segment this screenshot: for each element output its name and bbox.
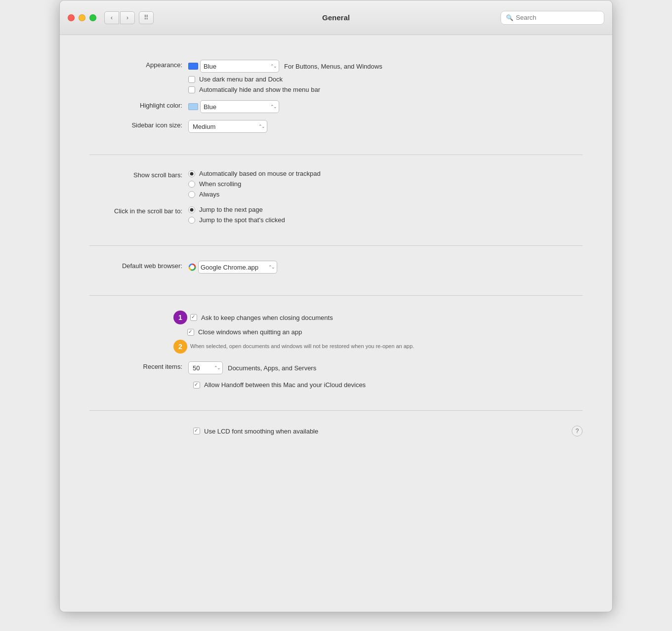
appearance-label: Appearance: bbox=[89, 60, 188, 69]
scrollbars-scrolling-radio[interactable] bbox=[188, 181, 195, 188]
show-scrollbars-label: Show scroll bars: bbox=[89, 170, 188, 179]
close-windows-row: Close windows when quitting an app bbox=[187, 328, 302, 336]
recent-items-note: Documents, Apps, and Servers bbox=[228, 364, 316, 372]
scroll-spot-label: Jump to the spot that's clicked bbox=[199, 216, 285, 224]
sidebar-icon-size-label: Sidebar icon size: bbox=[89, 120, 188, 129]
scrollbars-section: Show scroll bars: Automatically based on… bbox=[60, 160, 612, 240]
chrome-icon bbox=[188, 263, 196, 271]
sidebar-icon-size-row: Sidebar icon size: Small Medium Large bbox=[89, 120, 583, 133]
appearance-select[interactable]: Blue Graphite bbox=[200, 60, 279, 73]
highlight-color-select[interactable]: Blue Red Orange Yellow Green Purple Pink… bbox=[200, 100, 279, 113]
scrollbars-auto-row: Automatically based on mouse or trackpad bbox=[188, 170, 321, 177]
default-browser-select[interactable]: Google Chrome.app Safari Firefox bbox=[198, 261, 277, 274]
window-title: General bbox=[322, 13, 350, 22]
allow-handoff-label: Allow Handoff between this Mac and your … bbox=[204, 381, 366, 389]
svg-point-2 bbox=[191, 266, 194, 269]
appearance-note: For Buttons, Menus, and Windows bbox=[284, 63, 382, 70]
scroll-next-page-label: Jump to the next page bbox=[199, 206, 263, 213]
default-browser-select-wrapper[interactable]: Google Chrome.app Safari Firefox bbox=[188, 261, 277, 274]
default-browser-row: Default web browser: bbox=[89, 261, 583, 274]
scrollbars-auto-label: Automatically based on mouse or trackpad bbox=[199, 170, 321, 177]
scrollbars-scrolling-label: When scrolling bbox=[199, 180, 241, 188]
sidebar-icon-size-select[interactable]: Small Medium Large bbox=[188, 120, 267, 133]
appearance-controls: Blue Graphite For Buttons, Menus, and Wi… bbox=[188, 60, 382, 93]
forward-icon: › bbox=[126, 14, 128, 21]
lcd-smoothing-checkbox[interactable] bbox=[193, 428, 200, 434]
grid-button[interactable]: ⠿ bbox=[139, 11, 154, 24]
divider-1 bbox=[89, 155, 583, 155]
scroll-next-page-radio[interactable] bbox=[188, 206, 195, 213]
content-area: Appearance: Blue Graphite For Buttons, M… bbox=[60, 35, 612, 461]
ask-keep-changes-row: Ask to keep changes when closing documen… bbox=[190, 314, 333, 321]
close-windows-checkbox[interactable] bbox=[187, 329, 194, 336]
scroll-spot-radio[interactable] bbox=[188, 217, 195, 224]
search-input[interactable] bbox=[516, 14, 599, 21]
grid-icon: ⠿ bbox=[144, 14, 149, 21]
click-scrollbar-row: Click in the scroll bar to: Jump to the … bbox=[89, 206, 583, 224]
lcd-section: Use LCD font smoothing when available ? bbox=[60, 416, 612, 446]
highlight-color-label: Highlight color: bbox=[89, 100, 188, 109]
scroll-spot-row: Jump to the spot that's clicked bbox=[188, 216, 285, 224]
recent-items-row: Recent items: 5 10 15 20 30 50 None bbox=[89, 361, 583, 374]
appearance-section: Appearance: Blue Graphite For Buttons, M… bbox=[60, 50, 612, 150]
annotation-row-2: Close windows when quitting an app bbox=[173, 328, 583, 336]
annotation-row-3: 2 When selected, open documents and wind… bbox=[173, 340, 583, 354]
titlebar: ‹ › ⠿ General 🔍 bbox=[60, 0, 612, 35]
nav-buttons: ‹ › bbox=[104, 11, 135, 24]
annotation-row-1: 1 Ask to keep changes when closing docum… bbox=[173, 311, 583, 324]
minimize-button[interactable] bbox=[79, 14, 85, 21]
show-scrollbars-row: Show scroll bars: Automatically based on… bbox=[89, 170, 583, 198]
search-box[interactable]: 🔍 bbox=[501, 11, 604, 25]
back-button[interactable]: ‹ bbox=[104, 11, 119, 24]
scrollbars-scrolling-row: When scrolling bbox=[188, 180, 321, 188]
divider-4 bbox=[89, 410, 583, 411]
appearance-row: Appearance: Blue Graphite For Buttons, M… bbox=[89, 60, 583, 93]
close-windows-group: Close windows when quitting an app bbox=[187, 328, 302, 336]
scrollbars-auto-radio[interactable] bbox=[188, 170, 195, 177]
help-icon: ? bbox=[576, 428, 579, 434]
help-button[interactable]: ? bbox=[572, 426, 583, 436]
highlight-color-swatch bbox=[188, 103, 198, 110]
recent-items-label: Recent items: bbox=[89, 361, 188, 370]
badge-1: 1 bbox=[173, 311, 187, 324]
close-windows-hint-container: When selected, open documents and window… bbox=[190, 342, 414, 350]
forward-button[interactable]: › bbox=[120, 11, 135, 24]
auto-hide-row: Automatically hide and show the menu bar bbox=[188, 86, 382, 93]
auto-hide-checkbox[interactable] bbox=[188, 86, 195, 93]
ask-keep-changes-checkbox[interactable] bbox=[190, 314, 197, 321]
highlight-color-select-wrapper[interactable]: Blue Red Orange Yellow Green Purple Pink… bbox=[188, 100, 279, 113]
close-windows-hint: When selected, open documents and window… bbox=[190, 343, 414, 350]
highlight-color-row: Highlight color: Blue Red Orange Yellow … bbox=[89, 100, 583, 113]
auto-hide-label: Automatically hide and show the menu bar bbox=[199, 86, 320, 93]
close-button[interactable] bbox=[68, 14, 75, 21]
dark-menu-checkbox[interactable] bbox=[188, 76, 195, 83]
default-browser-section: Default web browser: bbox=[60, 251, 612, 290]
click-scrollbar-label: Click in the scroll bar to: bbox=[89, 206, 188, 215]
dark-menu-label: Use dark menu bar and Dock bbox=[199, 76, 283, 83]
appearance-select-wrapper[interactable]: Blue Graphite bbox=[188, 60, 279, 73]
badge-2: 2 bbox=[173, 340, 187, 354]
close-windows-label: Close windows when quitting an app bbox=[198, 328, 302, 336]
recent-items-select[interactable]: 5 10 15 20 30 50 None bbox=[188, 361, 223, 374]
click-scrollbar-controls: Jump to the next page Jump to the spot t… bbox=[188, 206, 285, 224]
divider-2 bbox=[89, 245, 583, 246]
back-icon: ‹ bbox=[111, 14, 113, 21]
scroll-next-page-row: Jump to the next page bbox=[188, 206, 285, 213]
ask-keep-changes-label: Ask to keep changes when closing documen… bbox=[201, 314, 333, 321]
default-browser-label: Default web browser: bbox=[89, 261, 188, 270]
lcd-smoothing-label: Use LCD font smoothing when available bbox=[204, 428, 318, 435]
lcd-smoothing-row: Use LCD font smoothing when available bbox=[193, 428, 318, 435]
allow-handoff-checkbox[interactable] bbox=[193, 382, 200, 389]
recent-items-controls: 5 10 15 20 30 50 None Documents, Apps, a… bbox=[188, 361, 316, 374]
sidebar-icon-size-select-wrapper[interactable]: Small Medium Large bbox=[188, 120, 267, 133]
appearance-color-swatch bbox=[188, 63, 198, 70]
divider-3 bbox=[89, 295, 583, 296]
traffic-lights bbox=[68, 14, 96, 21]
lcd-left: Use LCD font smoothing when available bbox=[193, 428, 318, 435]
dark-menu-row: Use dark menu bar and Dock bbox=[188, 76, 382, 83]
maximize-button[interactable] bbox=[89, 14, 96, 21]
recent-items-select-wrapper[interactable]: 5 10 15 20 30 50 None bbox=[188, 361, 223, 374]
scrollbars-always-radio[interactable] bbox=[188, 191, 195, 198]
allow-handoff-controls: Allow Handoff between this Mac and your … bbox=[193, 381, 366, 389]
lcd-row-container: Use LCD font smoothing when available ? bbox=[89, 426, 583, 436]
